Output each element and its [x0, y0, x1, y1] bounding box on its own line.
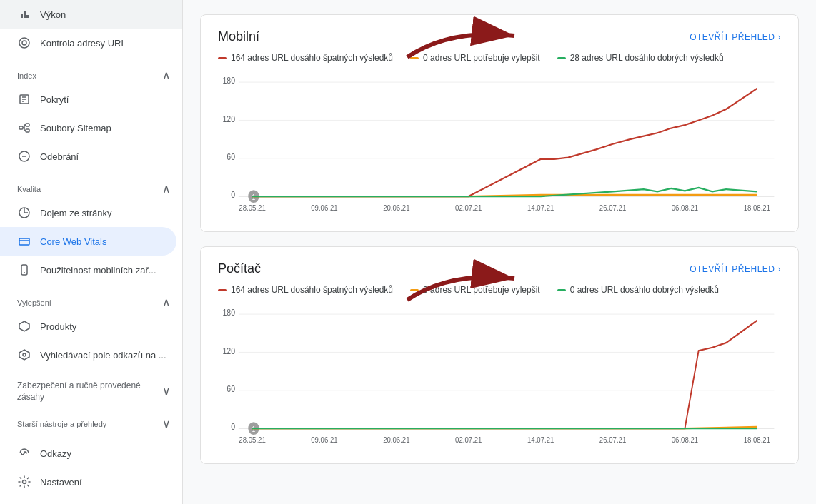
chevron-kvalita: ∧ — [162, 182, 171, 196]
legend-item-red-mobilni: 164 adres URL dosáhlo špatných výsledků — [218, 53, 393, 63]
sidebar-item-odebrani[interactable]: Odebrání — [0, 142, 182, 171]
svg-text:02.07.21: 02.07.21 — [455, 203, 482, 212]
sidebar-section-zabezpeceni[interactable]: Zabezpečení a ručně provedené zásahy ∨ — [0, 369, 182, 405]
legend-item-red-pocitac: 164 adres URL dosáhlo špatných výsledků — [218, 285, 393, 295]
section-label-vylepseni: Vylepšení — [17, 298, 51, 307]
legend-item-green-pocitac: 0 adres URL dosáhlo dobrých výsledků — [557, 285, 719, 295]
sidebar-label-mobilni: Použitelnost mobilních zař... — [40, 265, 156, 276]
svg-text:60: 60 — [227, 152, 235, 161]
sidebar-label-produkty: Produkty — [40, 321, 76, 332]
legend-pocitac: 164 adres URL dosáhlo špatných výsledků … — [218, 285, 781, 295]
sidebar-section-starsi[interactable]: Starší nástroje a přehledy ∨ — [0, 405, 182, 433]
coverage-icon — [17, 92, 31, 106]
svg-text:180: 180 — [222, 308, 235, 318]
svg-text:26.07.21: 26.07.21 — [599, 203, 627, 212]
svg-text:1: 1 — [252, 425, 256, 433]
main-content: Mobilní OTEVŘÍT PŘEHLED › 164 adres URL … — [183, 0, 816, 504]
legend-label-green-2: 0 adres URL dosáhlo dobrých výsledků — [570, 285, 719, 295]
legend-dot-red — [218, 57, 227, 59]
svg-text:14.07.21: 14.07.21 — [527, 435, 554, 444]
svg-text:120: 120 — [222, 114, 235, 124]
chart-svg-mobilni: 180 120 60 0 28.05.21 09.06.21 20.06.21 … — [218, 74, 781, 217]
svg-text:02.07.21: 02.07.21 — [455, 435, 482, 444]
svg-marker-25 — [19, 321, 29, 331]
chevron-zabezpeceni: ∨ — [162, 384, 171, 399]
svg-rect-10 — [26, 124, 29, 126]
sidebar-label-pokryti: Pokrytí — [40, 94, 69, 105]
legend-dot-yellow — [410, 57, 419, 59]
searchbox-icon — [17, 348, 31, 362]
cwv-icon — [17, 234, 31, 248]
svg-text:120: 120 — [222, 346, 235, 356]
sidebar-item-vykon[interactable]: Výkon — [0, 0, 182, 29]
sidebar: Výkon Kontrola adresy URL Index ∧ Pokryt… — [0, 0, 183, 504]
svg-rect-23 — [21, 265, 27, 275]
legend-dot-yellow-2 — [410, 289, 419, 291]
chart-mobilni: 180 120 60 0 28.05.21 09.06.21 20.06.21 … — [218, 74, 781, 217]
sidebar-item-dojem[interactable]: Dojem ze stránky — [0, 198, 182, 227]
sidebar-item-mobilni-zarizeni[interactable]: Použitelnost mobilních zař... — [0, 256, 182, 284]
card-header-pocitac: Počítač OTEVŘÍT PŘEHLED › — [218, 261, 781, 276]
sidebar-section-vylepseni[interactable]: Vylepšení ∧ — [0, 284, 182, 312]
svg-point-27 — [23, 353, 26, 356]
svg-text:26.07.21: 26.07.21 — [599, 435, 627, 444]
sidebar-section-kvalita[interactable]: Kvalita ∧ — [0, 171, 182, 198]
svg-text:06.08.21: 06.08.21 — [672, 203, 699, 212]
legend-label-yellow-2: 0 adres URL potřebuje vylepšit — [423, 285, 540, 295]
svg-text:06.08.21: 06.08.21 — [672, 435, 699, 444]
section-label-index: Index — [17, 71, 36, 80]
sidebar-item-cwv[interactable]: Core Web Vitals — [0, 227, 176, 256]
svg-point-28 — [23, 480, 26, 484]
sidebar-item-pokryti[interactable]: Pokrytí — [0, 85, 182, 114]
svg-text:180: 180 — [222, 76, 235, 86]
svg-point-3 — [19, 38, 29, 48]
url-check-icon — [17, 36, 31, 50]
chart-svg-pocitac: 180 120 60 0 28.05.21 09.06.21 20.06.21 … — [218, 306, 781, 449]
svg-text:0: 0 — [231, 423, 235, 432]
legend-item-green-mobilni: 28 adres URL dosáhlo dobrých výsledků — [557, 53, 724, 63]
sidebar-section-index[interactable]: Index ∧ — [0, 57, 182, 85]
legend-mobilni: 164 adres URL dosáhlo špatných výsledků … — [218, 53, 781, 63]
sidebar-label-cwv: Core Web Vitals — [40, 236, 106, 247]
legend-label-yellow: 0 adres URL potřebuje vylepšit — [423, 53, 540, 63]
svg-text:18.08.21: 18.08.21 — [744, 203, 771, 212]
svg-text:28.05.21: 28.05.21 — [239, 203, 266, 212]
svg-marker-26 — [19, 350, 29, 360]
sidebar-item-kontrola[interactable]: Kontrola adresy URL — [0, 29, 182, 57]
products-icon — [17, 319, 31, 333]
open-overview-pocitac[interactable]: OTEVŘÍT PŘEHLED › — [690, 264, 781, 274]
chevron-starsi: ∨ — [162, 417, 171, 430]
svg-text:09.06.21: 09.06.21 — [311, 203, 338, 212]
sidebar-label-sitemap: Soubory Sitemap — [40, 123, 111, 133]
open-overview-mobilni[interactable]: OTEVŘÍT PŘEHLED › — [690, 32, 781, 42]
svg-rect-21 — [19, 238, 29, 245]
svg-point-4 — [22, 41, 26, 45]
section-label-kvalita: Kvalita — [17, 185, 41, 193]
sidebar-item-sitemap[interactable]: Soubory Sitemap — [0, 114, 182, 142]
sidebar-label-vyhledavaci: Vyhledávací pole odkazů na ... — [40, 350, 166, 361]
chevron-right-icon-2: › — [778, 264, 782, 274]
svg-text:20.06.21: 20.06.21 — [383, 203, 410, 212]
sidebar-item-odkazy[interactable]: Odkazy — [0, 439, 182, 468]
svg-text:1: 1 — [252, 193, 256, 201]
svg-text:14.07.21: 14.07.21 — [527, 203, 554, 212]
card-header-mobilni: Mobilní OTEVŘÍT PŘEHLED › — [218, 29, 781, 44]
sidebar-label-dojem: Dojem ze stránky — [40, 208, 111, 218]
sidebar-item-searchbox[interactable]: Vyhledávací pole odkazů na ... — [0, 341, 182, 369]
svg-text:18.08.21: 18.08.21 — [744, 435, 771, 444]
sidebar-label-odebrani: Odebrání — [40, 151, 79, 162]
svg-marker-1 — [24, 11, 26, 18]
mobile-device-icon — [17, 263, 31, 277]
sidebar-item-produkty[interactable]: Produkty — [0, 312, 182, 341]
sidebar-item-nastaveni[interactable]: Nastavení — [0, 468, 182, 496]
sidebar-label-nastaveni: Nastavení — [40, 477, 82, 488]
settings-icon — [17, 475, 31, 489]
svg-text:0: 0 — [231, 191, 235, 200]
card-title-mobilni: Mobilní — [218, 29, 259, 44]
sidebar-label-kontrola: Kontrola adresy URL — [40, 38, 126, 49]
card-title-pocitac: Počítač — [218, 261, 261, 276]
legend-dot-green — [557, 57, 566, 59]
svg-text:20.06.21: 20.06.21 — [383, 435, 410, 444]
chart-pocitac: 180 120 60 0 28.05.21 09.06.21 20.06.21 … — [218, 306, 781, 449]
svg-text:28.05.21: 28.05.21 — [239, 435, 266, 444]
